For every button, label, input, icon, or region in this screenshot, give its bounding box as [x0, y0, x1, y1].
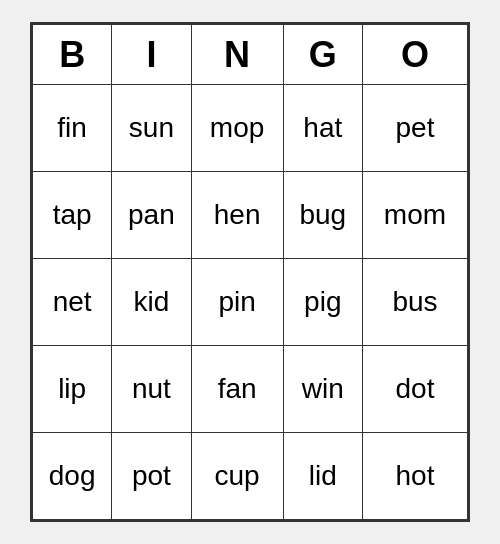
bingo-card: B I N G O finsunmophatpettappanhenbugmom… [30, 22, 470, 522]
table-cell: mom [362, 172, 467, 259]
table-cell: tap [33, 172, 112, 259]
table-cell: lid [283, 433, 362, 520]
table-row: lipnutfanwindot [33, 346, 468, 433]
header-row: B I N G O [33, 25, 468, 85]
table-cell: bug [283, 172, 362, 259]
table-cell: pig [283, 259, 362, 346]
header-o: O [362, 25, 467, 85]
table-cell: hot [362, 433, 467, 520]
table-cell: bus [362, 259, 467, 346]
table-row: tappanhenbugmom [33, 172, 468, 259]
table-cell: hat [283, 85, 362, 172]
table-cell: cup [191, 433, 283, 520]
table-cell: net [33, 259, 112, 346]
table-cell: dot [362, 346, 467, 433]
table-cell: dog [33, 433, 112, 520]
table-cell: pin [191, 259, 283, 346]
header-i: I [112, 25, 191, 85]
table-cell: pot [112, 433, 191, 520]
table-cell: win [283, 346, 362, 433]
table-cell: sun [112, 85, 191, 172]
header-n: N [191, 25, 283, 85]
table-cell: nut [112, 346, 191, 433]
table-row: netkidpinpigbus [33, 259, 468, 346]
table-cell: fan [191, 346, 283, 433]
table-cell: mop [191, 85, 283, 172]
table-cell: hen [191, 172, 283, 259]
bingo-body: finsunmophatpettappanhenbugmomnetkidpinp… [33, 85, 468, 520]
table-row: finsunmophatpet [33, 85, 468, 172]
table-cell: fin [33, 85, 112, 172]
header-b: B [33, 25, 112, 85]
table-row: dogpotcuplidhot [33, 433, 468, 520]
table-cell: pet [362, 85, 467, 172]
table-cell: kid [112, 259, 191, 346]
table-cell: lip [33, 346, 112, 433]
bingo-table: B I N G O finsunmophatpettappanhenbugmom… [32, 24, 468, 520]
header-g: G [283, 25, 362, 85]
table-cell: pan [112, 172, 191, 259]
